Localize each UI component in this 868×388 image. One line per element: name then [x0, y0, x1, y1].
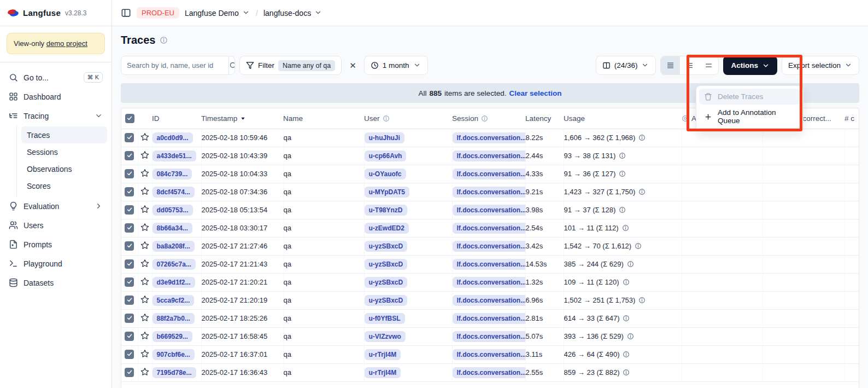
session-badge[interactable]: lf.docs.conversation... — [453, 169, 526, 179]
col-header-id[interactable]: ID — [152, 108, 201, 129]
info-icon[interactable] — [627, 333, 634, 340]
sidebar-item-playground[interactable]: Playground — [4, 254, 107, 273]
user-badge[interactable]: u-OYauofc — [365, 169, 406, 179]
row-checkbox[interactable] — [125, 241, 134, 251]
row-height-medium-button[interactable] — [680, 56, 699, 74]
trace-id-badge[interactable]: 07265c7a... — [153, 259, 196, 270]
trace-id-badge[interactable]: 8dcf4574... — [153, 187, 195, 198]
table-row[interactable]: 084c739... 2025-02-18 10:04:33 qa u-OYau… — [121, 165, 859, 183]
col-header-timestamp[interactable]: Timestamp — [201, 108, 283, 129]
info-icon[interactable] — [638, 297, 646, 304]
session-badge[interactable]: lf.docs.conversation... — [453, 349, 526, 360]
table-row[interactable]: 5cca9cf2... 2025-02-17 21:20:19 qa u-yzS… — [121, 291, 859, 309]
bookmark-star-icon[interactable] — [140, 169, 149, 177]
goto-search[interactable]: Go to... ⌘ K — [4, 68, 107, 87]
project-breadcrumb[interactable]: langfuse-docs — [263, 9, 322, 18]
user-badge[interactable]: u-T98YnzD — [365, 205, 407, 216]
session-badge[interactable]: lf.docs.conversation... — [453, 150, 526, 161]
session-badge[interactable]: lf.docs.conversation... — [453, 295, 526, 306]
bookmark-star-icon[interactable] — [140, 132, 149, 141]
clear-filter-icon[interactable]: ✕ — [346, 61, 360, 71]
col-header-name[interactable]: Name — [283, 108, 364, 129]
session-badge[interactable]: lf.docs.conversation... — [453, 223, 526, 234]
row-checkbox[interactable] — [125, 187, 134, 196]
info-icon[interactable] — [160, 36, 168, 44]
session-badge[interactable]: lf.docs.conversation... — [453, 241, 526, 252]
trace-id-badge[interactable]: ba8a208f... — [153, 241, 195, 252]
menu-item-delete-traces[interactable]: Delete Traces — [699, 89, 800, 105]
session-badge[interactable]: lf.docs.conversation... — [453, 205, 526, 216]
info-icon[interactable] — [623, 351, 630, 358]
trace-id-badge[interactable]: 5cca9cf2... — [153, 295, 195, 306]
table-row[interactable]: dd05753... 2025-02-18 05:13:54 qa u-T98Y… — [121, 201, 859, 219]
trace-id-badge[interactable]: a0cd0d9... — [153, 132, 193, 143]
session-badge[interactable]: lf.docs.conversation... — [453, 259, 526, 270]
info-icon[interactable] — [619, 152, 626, 159]
table-row[interactable]: 907cbf6e... 2025-02-17 16:37:01 qa u-rTr… — [121, 345, 859, 363]
filter-button[interactable]: Filter Name any of qa — [239, 56, 342, 75]
col-header-latency[interactable]: Latency — [525, 108, 564, 129]
columns-button[interactable]: (24/36) — [596, 56, 656, 75]
info-icon[interactable] — [635, 242, 642, 250]
clear-selection-link[interactable]: Clear selection — [509, 89, 561, 97]
menu-item-add-annotation-queue[interactable]: Add to Annotation Queue — [699, 105, 800, 129]
row-height-small-button[interactable] — [661, 56, 680, 74]
time-range-button[interactable]: 1 month — [364, 56, 428, 75]
info-icon[interactable] — [619, 206, 626, 213]
col-header-user[interactable]: User — [364, 108, 452, 129]
row-checkbox[interactable] — [125, 277, 134, 287]
table-row[interactable]: 8b66a34... 2025-02-18 03:30:17 qa u-zEwd… — [121, 219, 859, 237]
bookmark-star-icon[interactable] — [140, 313, 149, 322]
sidebar-item-prompts[interactable]: Prompts — [4, 235, 107, 254]
sidebar-item-dashboard[interactable]: Dashboard — [4, 87, 107, 106]
export-selection-button[interactable]: Export selection — [782, 56, 859, 75]
bookmark-star-icon[interactable] — [140, 205, 149, 213]
session-badge[interactable]: lf.docs.conversation... — [453, 187, 526, 198]
org-breadcrumb[interactable]: Langfuse Demo — [185, 9, 250, 18]
table-row[interactable]: 8dcf4574... 2025-02-18 07:34:36 qa u-MYp… — [121, 183, 859, 201]
info-icon[interactable] — [627, 260, 634, 268]
table-row[interactable]: ba8a208f... 2025-02-17 21:27:46 qa u-yzS… — [121, 237, 859, 255]
bookmark-star-icon[interactable] — [140, 277, 149, 286]
sidebar-item-tracing[interactable]: Tracing — [4, 106, 107, 125]
bookmark-star-icon[interactable] — [140, 150, 149, 159]
row-checkbox[interactable] — [125, 259, 134, 269]
user-badge[interactable]: u-zEwdED2 — [365, 223, 409, 234]
user-badge[interactable]: u-yzSBxcD — [365, 259, 408, 270]
row-checkbox[interactable] — [125, 350, 134, 359]
user-badge[interactable]: u-yzSBxcD — [365, 277, 408, 288]
user-badge[interactable]: u-rTrjI4M — [365, 349, 401, 360]
trace-id-badge[interactable]: 88f2a7b0... — [153, 313, 195, 324]
table-row[interactable]: d3e9d1f2... 2025-02-17 21:20:21 qa u-yzS… — [121, 273, 859, 291]
info-icon[interactable] — [623, 369, 630, 376]
sidebar-item-sessions[interactable]: Sessions — [21, 143, 107, 160]
row-height-large-button[interactable] — [699, 56, 718, 74]
bookmark-star-icon[interactable] — [140, 331, 149, 340]
sidebar-toggle-icon[interactable] — [121, 8, 131, 18]
trace-id-badge[interactable]: 8b66a34... — [153, 223, 192, 234]
sidebar-item-users[interactable]: Users — [4, 216, 107, 235]
info-icon[interactable] — [638, 134, 646, 141]
search-input[interactable] — [121, 61, 228, 70]
col-header-truncated[interactable]: # c — [844, 108, 859, 129]
table-row[interactable]: 7195d78e... 2025-02-17 16:36:43 qa u-rTr… — [121, 363, 859, 381]
search-icon[interactable] — [228, 56, 235, 74]
row-checkbox[interactable] — [125, 296, 134, 305]
info-icon[interactable] — [623, 279, 630, 286]
col-header-usage[interactable]: Usage — [564, 108, 682, 129]
bookmark-star-icon[interactable] — [140, 223, 149, 231]
row-checkbox[interactable] — [125, 151, 134, 160]
table-row[interactable]: 07265c7a... 2025-02-17 21:21:43 qa u-yzS… — [121, 255, 859, 273]
sidebar-item-traces[interactable]: Traces — [21, 126, 107, 143]
info-icon[interactable] — [622, 224, 629, 231]
session-badge[interactable]: lf.docs.conversation... — [453, 313, 526, 324]
row-checkbox[interactable] — [125, 314, 134, 323]
trace-id-badge[interactable]: 907cbf6e... — [153, 349, 195, 360]
user-badge[interactable]: u-MYpDAT5 — [365, 187, 409, 198]
actions-button[interactable]: Actions — [723, 56, 777, 75]
sidebar-item-observations[interactable]: Observations — [21, 160, 107, 177]
user-badge[interactable]: u-f0YfBSL — [365, 313, 405, 324]
row-checkbox[interactable] — [125, 169, 134, 178]
trace-id-badge[interactable]: dd05753... — [153, 205, 193, 216]
user-badge[interactable]: u-rTrjI4M — [365, 367, 401, 378]
